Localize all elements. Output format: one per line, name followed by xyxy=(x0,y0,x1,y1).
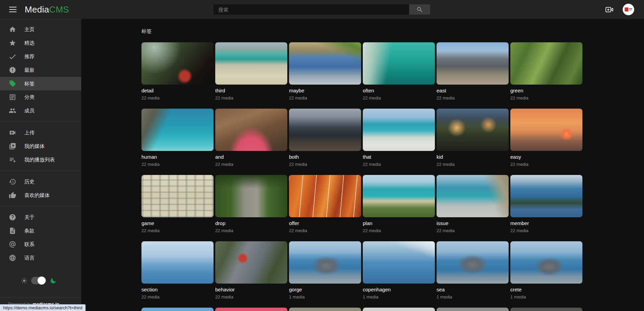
tag-card[interactable]: human22 media xyxy=(141,109,214,167)
tag-thumbnail[interactable] xyxy=(363,241,435,284)
liked-media-icon xyxy=(9,192,16,199)
sidebar-item-about[interactable]: 关于 xyxy=(0,210,81,224)
sidebar-item-label: 主页 xyxy=(24,26,35,33)
members-icon xyxy=(9,107,16,114)
tag-thumbnail[interactable] xyxy=(363,42,435,85)
tag-thumbnail[interactable] xyxy=(437,175,509,217)
tag-card[interactable]: third22 media xyxy=(215,42,287,101)
tag-thumbnail[interactable] xyxy=(363,175,435,217)
tag-card[interactable]: easy22 media xyxy=(510,109,582,167)
tag-card[interactable]: maybe22 media xyxy=(289,42,361,101)
sidebar-item-my-media[interactable]: 我的媒体 xyxy=(0,139,81,153)
tag-thumbnail[interactable] xyxy=(289,175,361,217)
tag-thumbnail[interactable] xyxy=(215,241,287,284)
sidebar-item-home[interactable]: 主页 xyxy=(0,23,81,36)
tag-thumbnail[interactable] xyxy=(437,241,509,284)
tag-card-partial[interactable] xyxy=(363,308,435,311)
tag-thumbnail[interactable] xyxy=(510,175,582,217)
sidebar-item-label: 喜欢的媒体 xyxy=(24,192,50,199)
sidebar-item-label: 条款 xyxy=(24,228,35,234)
tag-card[interactable]: copenhagen1 media xyxy=(363,241,435,299)
tag-media-count: 22 media xyxy=(215,228,287,233)
tag-media-count: 22 media xyxy=(215,162,287,167)
menu-hamburger-icon[interactable] xyxy=(9,7,17,13)
tag-card[interactable]: both22 media xyxy=(289,109,361,167)
sidebar-item-recommended-check[interactable]: 推荐 xyxy=(0,50,81,63)
sidebar-item-contact[interactable]: 联系 xyxy=(0,238,81,251)
tag-name: that xyxy=(363,154,435,160)
tag-media-count: 22 media xyxy=(289,162,361,167)
tag-card[interactable]: behavior22 media xyxy=(215,241,287,299)
tag-card[interactable]: drop22 media xyxy=(215,175,287,233)
tag-thumbnail[interactable] xyxy=(215,175,287,217)
tag-card[interactable]: detail22 media xyxy=(141,42,214,101)
sidebar-item-tags[interactable]: 标签 xyxy=(0,77,81,90)
tag-name: drop xyxy=(215,220,287,226)
tag-thumbnail[interactable] xyxy=(141,109,214,151)
tag-thumbnail[interactable] xyxy=(141,241,214,284)
tag-card[interactable]: that22 media xyxy=(363,109,435,167)
tag-card[interactable]: gorge1 media xyxy=(289,241,361,299)
tag-card[interactable]: plan22 media xyxy=(363,175,435,233)
tag-thumbnail[interactable] xyxy=(437,109,509,151)
tag-card[interactable]: green22 media xyxy=(510,42,582,101)
sidebar-divider xyxy=(0,297,81,298)
latest-new-releases-icon xyxy=(9,66,16,74)
sidebar-item-upload[interactable]: 上传 xyxy=(0,126,81,139)
tag-card[interactable]: sea1 media xyxy=(437,241,509,299)
tag-thumbnail[interactable] xyxy=(510,241,582,284)
tag-thumbnail[interactable] xyxy=(437,42,509,85)
tag-card[interactable]: and22 media xyxy=(215,109,287,167)
sidebar-item-categories[interactable]: 分类 xyxy=(0,90,81,104)
sidebar-item-liked-media[interactable]: 喜欢的媒体 xyxy=(0,188,81,202)
tag-card[interactable]: member22 media xyxy=(510,175,582,233)
tag-card-partial[interactable] xyxy=(141,308,214,311)
search-input[interactable] xyxy=(214,4,409,15)
sidebar-item-members[interactable]: 成员 xyxy=(0,104,81,117)
tag-media-count: 22 media xyxy=(215,294,287,299)
tag-thumbnail[interactable] xyxy=(289,241,361,284)
tag-media-count: 22 media xyxy=(141,228,214,233)
tag-card[interactable]: kid22 media xyxy=(437,109,509,167)
tag-media-count: 22 media xyxy=(363,228,435,233)
tag-card-partial[interactable] xyxy=(437,308,509,311)
dark-mode-toggle[interactable] xyxy=(31,277,46,284)
tag-thumbnail[interactable] xyxy=(289,109,361,151)
search-button[interactable] xyxy=(409,4,430,15)
sidebar-item-label: 标签 xyxy=(24,81,35,87)
sidebar-item-my-playlists[interactable]: 我的播放列表 xyxy=(0,153,81,166)
tag-card[interactable]: game22 media xyxy=(141,175,214,233)
user-avatar[interactable] xyxy=(623,4,634,15)
tag-name: offer xyxy=(289,220,361,226)
tag-card[interactable]: crete1 media xyxy=(510,241,582,299)
recommended-check-icon xyxy=(9,53,16,60)
tag-card[interactable]: often22 media xyxy=(363,42,435,101)
sidebar-item-terms[interactable]: 条款 xyxy=(0,224,81,238)
tag-thumbnail[interactable] xyxy=(510,42,582,85)
tag-thumbnail[interactable] xyxy=(363,109,435,151)
sidebar-item-history[interactable]: 历史 xyxy=(0,175,81,188)
tag-card[interactable]: issue22 media xyxy=(437,175,509,233)
tag-thumbnail[interactable] xyxy=(510,109,582,151)
sidebar-item-language[interactable]: 语言 xyxy=(0,251,81,265)
search-icon xyxy=(416,6,423,13)
tag-name: detail xyxy=(141,88,214,93)
sidebar-item-star[interactable]: 精选 xyxy=(0,36,81,50)
tag-thumbnail[interactable] xyxy=(141,175,214,217)
sidebar-item-latest-new-releases[interactable]: 最新 xyxy=(0,63,81,77)
tag-card[interactable]: east22 media xyxy=(437,42,509,101)
tag-thumbnail[interactable] xyxy=(215,109,287,151)
tag-card[interactable]: section22 media xyxy=(141,241,214,299)
tag-media-count: 22 media xyxy=(437,228,509,233)
tag-card-partial[interactable] xyxy=(289,308,361,311)
add-media-icon[interactable] xyxy=(605,5,614,14)
tag-card-partial[interactable] xyxy=(510,308,582,311)
tag-thumbnail[interactable] xyxy=(289,42,361,85)
tag-thumbnail[interactable] xyxy=(141,42,214,85)
logo[interactable]: MediaCMS xyxy=(25,4,69,15)
logo-media-text: Media xyxy=(25,4,49,15)
tag-thumbnail[interactable] xyxy=(215,42,287,85)
tag-card[interactable]: offer22 media xyxy=(289,175,361,233)
tag-media-count: 1 media xyxy=(363,294,435,299)
tag-card-partial[interactable] xyxy=(215,308,287,311)
